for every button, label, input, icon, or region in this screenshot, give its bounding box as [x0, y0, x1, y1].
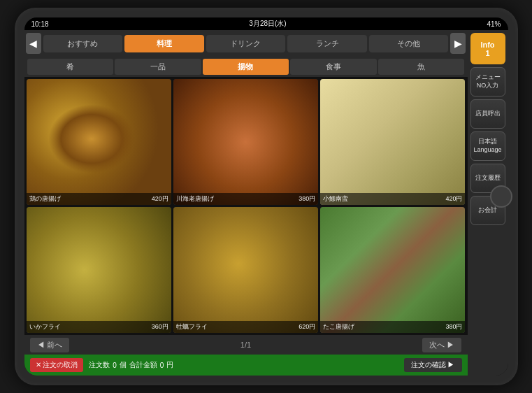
next-page-btn[interactable]: 次へ ▶: [422, 338, 461, 352]
sub-tab-meal[interactable]: 食事: [290, 59, 377, 75]
page-info: 1/1: [240, 341, 251, 349]
menu-no-btn[interactable]: メニュー NO入力: [470, 67, 505, 97]
order-count-value: 0: [113, 362, 117, 369]
food-item-4[interactable]: いかフライ 360円: [27, 207, 171, 333]
info-btn[interactable]: Info 1: [470, 33, 505, 64]
cat-tab-cooking[interactable]: 料理: [124, 35, 204, 52]
sub-tab-fry-generic[interactable]: 肴: [27, 59, 114, 75]
food-item-2[interactable]: 川海老唐揚げ 380円: [173, 79, 318, 205]
sub-tab-fry[interactable]: 揚物: [203, 59, 289, 75]
pagination-bar: ◀ 前へ 1/1 次へ ▶: [24, 335, 468, 355]
food-label-4: いかフライ 360円: [27, 321, 171, 333]
cat-tab-drink[interactable]: ドリンク: [206, 35, 286, 52]
info-number: 1: [485, 49, 489, 57]
food-item-3[interactable]: 小鯵南蛮 420円: [320, 79, 465, 205]
bottom-bar: ✕ 注文の取消 注文数 0 個 合計金額 0 円 注文の確認 ▶: [24, 355, 468, 376]
food-name-3: 小鯵南蛮: [323, 194, 348, 203]
total-currency: 円: [166, 360, 173, 370]
food-name-2: 川海老唐揚げ: [176, 194, 214, 203]
food-item-1[interactable]: 鶏の唐揚げ 420円: [27, 79, 171, 205]
cat-tab-recommended[interactable]: おすすめ: [43, 35, 123, 52]
language-line1: 日本語: [478, 138, 497, 146]
sub-tab-single[interactable]: 一品: [115, 59, 201, 75]
food-label-3: 小鯵南蛮 420円: [320, 193, 465, 205]
status-date: 3月28日(水): [249, 19, 286, 29]
food-price-6: 380円: [445, 322, 462, 331]
home-button[interactable]: [490, 185, 512, 208]
sub-tabs: 肴 一品 揚物 食事 魚: [24, 57, 468, 77]
tablet-screen: 10:18 3月28日(水) 41% ◀ おすすめ 料理 ドリンク ランチ その…: [24, 17, 508, 376]
food-price-4: 360円: [152, 322, 168, 331]
food-price-5: 620円: [299, 322, 315, 331]
food-label-2: 川海老唐揚げ 380円: [173, 193, 318, 205]
call-staff-label: 店員呼出: [475, 110, 501, 118]
main-area: ◀ おすすめ 料理 ドリンク ランチ その他 ▶ 肴 一品 揚物 食事 魚: [24, 30, 508, 376]
tablet-device: 10:18 3月28日(水) 41% ◀ おすすめ 料理 ドリンク ランチ その…: [15, 8, 518, 385]
checkout-label: お会計: [478, 206, 497, 215]
category-prev-btn[interactable]: ◀: [26, 33, 41, 54]
total-amount: 0: [160, 362, 164, 369]
status-bar: 10:18 3月28日(水) 41%: [24, 17, 508, 30]
category-next-btn[interactable]: ▶: [450, 33, 466, 54]
food-price-3: 420円: [445, 194, 462, 203]
language-btn[interactable]: 日本語 Language: [470, 131, 505, 161]
cancel-order-btn[interactable]: ✕ 注文の取消: [30, 358, 84, 372]
order-count-unit: 個: [120, 360, 127, 370]
order-history-label: 注文履歴: [475, 174, 501, 183]
menu-no-line2: NO入力: [477, 82, 499, 90]
prev-page-btn[interactable]: ◀ 前へ: [30, 338, 69, 352]
food-item-5[interactable]: 牡蠣フライ 620円: [173, 207, 318, 333]
status-battery: 41%: [487, 20, 501, 28]
menu-no-line1: メニュー: [475, 73, 501, 82]
food-price-2: 380円: [299, 194, 315, 203]
info-label: Info: [480, 41, 494, 49]
food-item-6[interactable]: たこ唐揚げ 380円: [320, 207, 465, 333]
food-price-1: 420円: [152, 194, 168, 203]
category-tabs: ◀ おすすめ 料理 ドリンク ランチ その他 ▶: [24, 30, 468, 57]
food-name-1: 鶏の唐揚げ: [29, 194, 61, 203]
cat-tab-other[interactable]: その他: [369, 35, 449, 52]
food-grid: 鶏の唐揚げ 420円 川海老唐揚げ 380円: [24, 77, 468, 335]
food-name-4: いかフライ: [29, 322, 61, 331]
food-name-6: たこ唐揚げ: [323, 322, 354, 331]
confirm-order-btn[interactable]: 注文の確認 ▶: [404, 358, 462, 372]
food-label-1: 鶏の唐揚げ 420円: [27, 193, 171, 205]
call-staff-btn[interactable]: 店員呼出: [470, 99, 505, 129]
center-area: ◀ おすすめ 料理 ドリンク ランチ その他 ▶ 肴 一品 揚物 食事 魚: [24, 30, 468, 376]
order-info: 注文数 0 個 合計金額 0 円: [89, 360, 398, 370]
status-time: 10:18: [31, 20, 49, 28]
food-label-6: たこ唐揚げ 380円: [320, 321, 465, 333]
language-line2: Language: [473, 146, 501, 155]
food-label-5: 牡蠣フライ 620円: [173, 321, 318, 333]
cat-tab-lunch[interactable]: ランチ: [287, 35, 367, 52]
total-label: 合計金額: [129, 360, 157, 370]
food-name-5: 牡蠣フライ: [176, 322, 208, 331]
sub-tab-fish[interactable]: 魚: [378, 59, 465, 75]
order-count-label: 注文数: [89, 360, 110, 370]
